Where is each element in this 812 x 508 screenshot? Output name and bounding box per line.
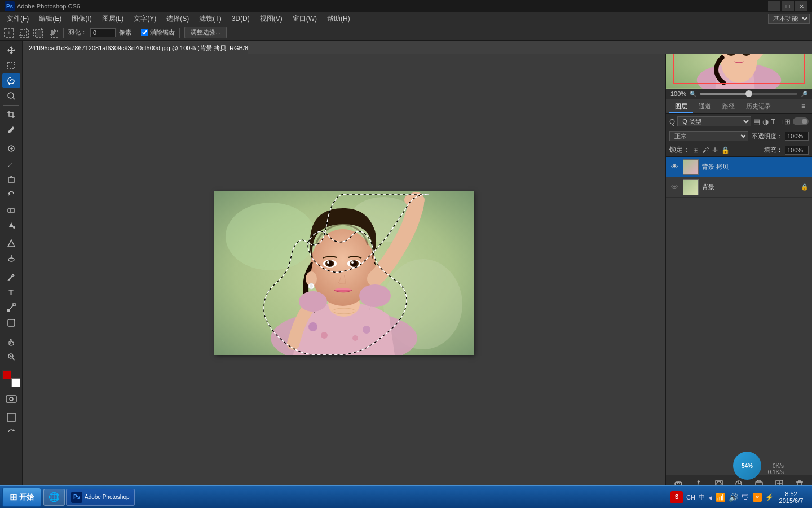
menu-window[interactable]: 窗口(W) xyxy=(288,13,321,25)
lasso-subtract-selection-icon[interactable] xyxy=(33,27,44,38)
filter-pixel-icon[interactable]: ▤ xyxy=(753,117,760,126)
heal-tool[interactable] xyxy=(2,141,20,156)
paint-bucket-tool[interactable] xyxy=(2,217,20,232)
menu-text[interactable]: 文字(Y) xyxy=(129,13,161,25)
taskbar-browser[interactable]: 🌐 xyxy=(43,489,65,506)
dodge-tool[interactable] xyxy=(2,251,20,266)
shape-tool[interactable] xyxy=(2,316,20,330)
maximize-button[interactable]: □ xyxy=(782,1,794,11)
layer-blend-mode[interactable]: 正常 xyxy=(669,131,748,141)
rotate-view-tool[interactable] xyxy=(2,425,20,440)
menu-edit[interactable]: 编辑(E) xyxy=(34,13,66,25)
move-tool[interactable] xyxy=(2,43,20,58)
quick-select-tool[interactable] xyxy=(2,89,20,103)
antialiasing-checkbox[interactable]: 消除锯齿 xyxy=(141,28,175,37)
layer-visibility-background[interactable]: 👁 xyxy=(669,183,679,191)
filter-smart-icon[interactable]: ⊞ xyxy=(784,117,791,126)
tab-bar: 241f95cad1c8a786712081af6309c93d70cf500d… xyxy=(23,41,812,54)
lasso-tool[interactable] xyxy=(2,73,20,88)
ime-chinese-label[interactable]: CH xyxy=(686,494,695,501)
brush-tool[interactable] xyxy=(2,156,20,171)
lasso-new-selection-icon[interactable]: + xyxy=(3,27,15,38)
pen-tool[interactable] xyxy=(2,270,20,284)
svg-rect-5 xyxy=(36,30,43,37)
layers-menu-icon[interactable]: ≡ xyxy=(798,100,809,113)
blur-tool[interactable] xyxy=(2,236,20,251)
stamp-tool[interactable] xyxy=(2,172,20,186)
eyedropper-tool[interactable] xyxy=(2,122,20,137)
antialiasing-check-input[interactable] xyxy=(141,29,148,36)
tray-arrow-icon[interactable]: ◂ xyxy=(708,493,712,502)
minimize-button[interactable]: — xyxy=(768,1,780,11)
feather-label: 羽化： xyxy=(68,28,87,37)
menu-image[interactable]: 图像(I) xyxy=(67,13,96,25)
left-toolbar: T xyxy=(0,41,23,492)
opacity-input[interactable] xyxy=(785,132,809,141)
svg-rect-8 xyxy=(51,31,55,34)
path-select-tool[interactable] xyxy=(2,300,20,315)
tab-channels[interactable]: 通道 xyxy=(693,100,717,113)
layer-filter-toggle[interactable] xyxy=(793,117,809,125)
menu-view[interactable]: 视图(V) xyxy=(255,13,287,25)
layer-thumbnail-background xyxy=(683,179,699,195)
layer-visibility-copy[interactable]: 👁 xyxy=(669,163,679,171)
marquee-tool[interactable] xyxy=(2,58,20,73)
document-tab[interactable]: 241f95cad1c8a786712081af6309c93d70cf500d… xyxy=(23,42,248,54)
taskbar-photoshop[interactable]: Ps Adobe Photoshop xyxy=(66,489,135,506)
start-button[interactable]: ⊞ 开始 xyxy=(2,488,41,507)
text-tool[interactable]: T xyxy=(2,285,20,300)
menu-layer[interactable]: 图层(L) xyxy=(98,13,129,25)
lasso-intersect-selection-icon[interactable] xyxy=(47,27,59,38)
tab-history[interactable]: 历史记录 xyxy=(740,100,776,113)
layer-type-filter[interactable]: Q 类型 xyxy=(677,116,751,126)
layers-mode-row: 正常 不透明度： xyxy=(666,129,812,143)
lock-move-icon[interactable]: ✛ xyxy=(712,146,718,154)
lock-brush-icon[interactable]: 🖌 xyxy=(702,146,709,154)
zoom-out-icon[interactable]: 🔍 xyxy=(690,91,696,97)
lock-transparent-icon[interactable]: ⊞ xyxy=(693,146,699,154)
toolbar-separator-4 xyxy=(3,268,19,268)
canvas-area[interactable] xyxy=(23,54,665,492)
tray-app1[interactable]: fx xyxy=(753,493,762,502)
layer-row-background[interactable]: 👁 背景 🔒 xyxy=(666,177,812,198)
color-swatches[interactable] xyxy=(2,370,20,387)
zoom-tool[interactable] xyxy=(2,349,20,364)
menu-select[interactable]: 选择(S) xyxy=(162,13,193,25)
sogou-icon[interactable]: S xyxy=(670,491,683,503)
tray-security-icon[interactable]: 🛡 xyxy=(742,493,749,502)
fill-input[interactable] xyxy=(785,146,809,155)
lock-label: 锁定： xyxy=(669,145,690,155)
eraser-tool[interactable] xyxy=(2,202,20,217)
zoom-slider-track[interactable] xyxy=(700,93,797,95)
refine-edge-button[interactable]: 调整边缘... xyxy=(184,27,227,38)
lasso-add-selection-icon[interactable] xyxy=(18,27,29,38)
filter-text-icon[interactable]: T xyxy=(771,117,775,126)
filter-adjust-icon[interactable]: ◑ xyxy=(762,117,769,126)
history-brush-tool[interactable] xyxy=(2,187,20,202)
crop-tool[interactable] xyxy=(2,107,20,122)
menu-3d[interactable]: 3D(D) xyxy=(227,14,254,24)
system-clock[interactable]: 8:52 2015/6/7 xyxy=(777,491,805,504)
zoom-in-icon[interactable]: 🔎 xyxy=(801,91,807,97)
svg-marker-20 xyxy=(8,240,15,247)
workspace-selector[interactable]: 基本功能 xyxy=(768,14,810,24)
tray-network-icon[interactable]: 📶 xyxy=(716,493,725,502)
image-canvas[interactable] xyxy=(214,191,474,355)
screen-mode-tool[interactable] xyxy=(2,410,20,424)
ime-input-mode[interactable]: 中 xyxy=(699,493,705,501)
lock-all-icon[interactable]: 🔒 xyxy=(721,146,730,154)
menu-file[interactable]: 文件(F) xyxy=(2,13,33,25)
clock-time: 8:52 xyxy=(785,491,797,497)
layer-row-copy[interactable]: 👁 背景 拷贝 xyxy=(666,157,812,177)
tray-volume-icon[interactable]: 🔊 xyxy=(729,493,738,502)
menu-filter[interactable]: 滤镜(T) xyxy=(195,13,226,25)
hand-tool[interactable] xyxy=(2,334,20,349)
close-button[interactable]: ✕ xyxy=(795,1,807,11)
feather-input[interactable] xyxy=(90,28,116,37)
tab-paths[interactable]: 路径 xyxy=(717,100,740,113)
menu-help[interactable]: 帮助(H) xyxy=(323,13,355,25)
tray-app2[interactable]: ⚡ xyxy=(765,493,774,501)
filter-shape-icon[interactable]: □ xyxy=(778,117,782,126)
quick-mask-tool[interactable] xyxy=(2,391,20,406)
tab-layers[interactable]: 图层 xyxy=(669,100,693,113)
